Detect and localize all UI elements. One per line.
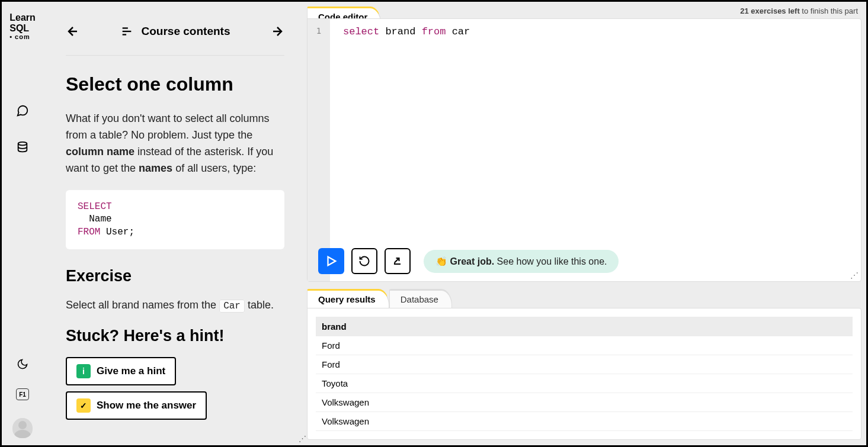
help-f1-button[interactable]: F1 [16, 388, 29, 400]
svg-point-0 [18, 142, 27, 146]
check-icon: ✓ [76, 398, 91, 413]
share-button[interactable] [385, 248, 411, 274]
prev-button[interactable] [66, 24, 80, 38]
answer-button[interactable]: ✓ Show me the answer [66, 391, 207, 420]
lesson-panel: Course contents Select one column What i… [43, 2, 307, 445]
exercise-heading: Exercise [66, 267, 284, 285]
table-row: Ford [316, 336, 853, 355]
table-row: Volkswagen [316, 393, 853, 412]
line-gutter: 1 [308, 19, 330, 281]
hint-button-label: Give me a hint [97, 365, 165, 377]
exercises-left: 21 exercises left to finish this part [740, 7, 858, 15]
reset-button[interactable] [351, 248, 377, 274]
code-editor[interactable]: 1 select brand from car 👏 Great job. See… [307, 18, 861, 282]
chat-icon[interactable] [16, 104, 29, 117]
lesson-paragraph: What if you don't want to select all col… [66, 111, 284, 177]
lightbulb-icon: i [76, 364, 91, 378]
editor-resize-handle[interactable]: ⋰ [850, 271, 859, 280]
feedback-message: 👏 Great job. See how you like this one. [424, 250, 619, 273]
course-contents-label: Course contents [142, 25, 230, 38]
avatar[interactable] [12, 418, 33, 438]
hint-button[interactable]: i Give me a hint [66, 357, 176, 385]
panel-resize-handle[interactable]: ⋰ [299, 437, 306, 444]
database-tab[interactable]: Database [389, 289, 452, 308]
run-button[interactable] [318, 248, 344, 274]
example-code: SELECT Name FROM User; [66, 190, 284, 250]
table-row: Volkswagen [316, 412, 853, 431]
query-results-tab[interactable]: Query results [307, 289, 389, 308]
logo[interactable]: Learn SQL • com [9, 8, 36, 45]
code-content[interactable]: select brand from car [343, 26, 470, 37]
hint-heading: Stuck? Here's a hint! [66, 327, 284, 345]
results-table: brand FordFordToyotaVolkswagenVolkswagen [307, 308, 861, 440]
svg-marker-4 [328, 257, 336, 266]
table-row: Ford [316, 355, 853, 374]
lesson-title: Select one column [66, 73, 284, 95]
moon-icon[interactable] [16, 358, 29, 371]
database-icon[interactable] [16, 141, 29, 154]
exercise-text: Select all brand names from the Car tabl… [66, 297, 284, 314]
next-button[interactable] [270, 24, 284, 38]
column-header: brand [316, 317, 853, 336]
course-contents-button[interactable]: Course contents [120, 25, 230, 38]
table-row: Toyota [316, 374, 853, 393]
answer-button-label: Show me the answer [97, 400, 196, 411]
